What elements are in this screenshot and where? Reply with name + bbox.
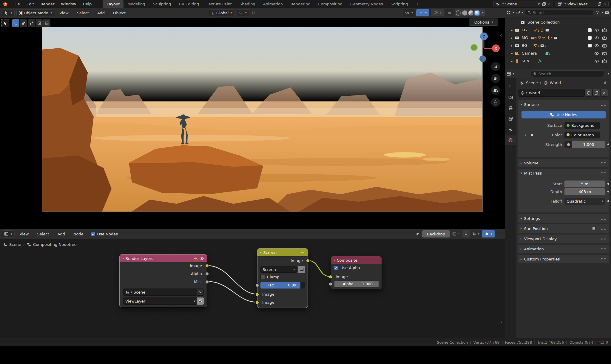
use-alpha-checkbox[interactable] <box>334 266 338 270</box>
composite-alpha-slider[interactable]: Alpha 1.000 <box>334 281 379 287</box>
fake-user-button[interactable] <box>585 89 593 97</box>
expand-arrow-icon[interactable]: ▸ <box>511 29 513 32</box>
select-mode-set-button[interactable] <box>12 19 19 27</box>
menu-window[interactable]: Window <box>58 2 79 6</box>
clamp-preview-button[interactable] <box>298 266 305 273</box>
mg-exclude-checkbox[interactable] <box>588 36 592 40</box>
render-viewlayer-button[interactable] <box>197 297 204 305</box>
transform-orientation-button[interactable]: Global▾ <box>209 9 235 16</box>
panel-drag-handle[interactable] <box>601 172 607 175</box>
outliner-search-input[interactable] <box>533 10 566 15</box>
panel-drag-handle[interactable] <box>601 237 607 240</box>
mist-panel-header[interactable]: ▾ Mist Pass <box>518 169 609 177</box>
panel-drag-handle[interactable] <box>601 248 607 250</box>
world-browse-field[interactable]: ▾ World <box>519 89 585 97</box>
strength-slider[interactable]: 1.000 <box>572 141 605 148</box>
outliner-filter-button[interactable]: ▾ <box>595 10 603 15</box>
panel-drag-handle[interactable] <box>601 217 607 220</box>
tab-render[interactable] <box>505 92 516 102</box>
hide-eye-icon[interactable] <box>594 51 599 56</box>
select-mode-intersect-button[interactable] <box>43 19 50 27</box>
pin-icon[interactable] <box>537 2 541 6</box>
viewport-menu-view[interactable]: View <box>56 11 72 15</box>
hide-eye-icon[interactable] <box>594 43 599 48</box>
show-gizmo-button[interactable]: ▾ <box>416 9 429 16</box>
scene-selector[interactable]: ▾ Scene <box>493 1 553 7</box>
viewport-menu-add[interactable]: Add <box>94 11 108 15</box>
shading-wireframe-button[interactable] <box>456 10 461 16</box>
custom-properties-panel-header[interactable]: ▸Custom Properties <box>518 255 609 263</box>
mist-falloff-dropdown[interactable]: Quadratic ▾ <box>564 198 605 205</box>
mist-depth-field[interactable]: 408 m <box>564 188 605 195</box>
shading-solid-button[interactable] <box>462 10 467 16</box>
scene-select-field[interactable]: ▾ Scene <box>123 289 197 296</box>
animation-panel-header[interactable]: ▸Animation <box>518 245 609 253</box>
viewlayer-select-field[interactable]: ViewLayer ▾ <box>123 297 197 305</box>
blender-logo-icon[interactable] <box>2 1 8 7</box>
zoom-button[interactable] <box>491 62 500 71</box>
show-overlays-button[interactable]: ▾ <box>431 9 444 16</box>
outliner-filter-id-button[interactable]: ▾ <box>516 10 523 15</box>
delete-scene-icon[interactable] <box>547 2 551 6</box>
viewport-options-button[interactable]: Options▾ <box>469 18 498 26</box>
panel-drag-handle[interactable] <box>601 162 607 164</box>
outliner-row-mg[interactable]: ▸ MG 2 25 2 <box>505 34 611 41</box>
render-layers-header[interactable]: ▾ Render Layers <box>120 255 207 262</box>
mist-depth-animate-dot[interactable] <box>607 191 609 192</box>
panel-drag-handle[interactable] <box>601 227 607 230</box>
outliner-row-sun[interactable]: ▸ Sun <box>505 57 611 65</box>
unlink-world-button[interactable] <box>600 89 608 97</box>
mist-output-socket[interactable] <box>205 280 209 284</box>
viewport-menu-select[interactable]: Select <box>74 11 92 15</box>
editor-type-button[interactable]: ▾ <box>2 9 15 16</box>
pin-id-icon[interactable] <box>603 81 607 85</box>
screen-image-output-socket[interactable] <box>306 259 310 263</box>
properties-search-input[interactable] <box>539 72 571 76</box>
outliner-row-bg[interactable]: ▸ BG 9 2 <box>505 42 611 49</box>
expand-arrow-icon[interactable]: ▸ <box>511 36 513 39</box>
expand-arrow-icon[interactable]: ▸ <box>511 44 513 47</box>
workspace-tab-sculpting[interactable]: Sculpting <box>149 0 175 8</box>
color-input-field[interactable]: Color Ramp <box>564 132 600 138</box>
viewport-display-panel-header[interactable]: ▸Viewport Display <box>518 235 609 243</box>
orientation-gizmo[interactable]: Z X <box>470 29 505 63</box>
menu-render[interactable]: Render <box>37 2 58 6</box>
presets-list-icon[interactable] <box>591 226 596 231</box>
workspace-tab-geometry-nodes[interactable]: Geometry Nodes <box>346 0 387 8</box>
delete-viewlayer-icon[interactable] <box>603 2 607 6</box>
outliner-row-scene-collection[interactable]: Scene Collection <box>505 18 611 26</box>
hide-eye-icon[interactable] <box>594 36 599 40</box>
workspace-tab-scripting[interactable]: Scripting <box>387 0 412 8</box>
fg-exclude-checkbox[interactable] <box>588 28 592 32</box>
hide-eye-icon[interactable] <box>594 28 599 33</box>
composite-node[interactable]: ▾ Composite Use Alpha Image Alpha 1.000 <box>331 256 382 289</box>
workspace-tab-modeling[interactable]: Modeling <box>124 0 149 8</box>
workspace-tab-compositing[interactable]: Compositing <box>314 0 346 8</box>
fac-slider[interactable]: Fac 0.895 <box>260 282 305 289</box>
compositor-node-editor[interactable]: ▾ View Select Add Node Use Nodes Backdro… <box>0 229 505 338</box>
properties-options-chevron[interactable]: ▾ <box>608 72 609 75</box>
menu-edit[interactable]: Edit <box>23 2 37 6</box>
disable-render-icon[interactable] <box>602 28 607 33</box>
image-2-input-socket[interactable] <box>255 301 259 304</box>
screen-mix-node[interactable]: ▾ Screen Image Screen ▾ Clamp Fac 0.89 <box>257 248 308 308</box>
outliner-row-fg[interactable]: ▸ FG 1 <box>505 26 611 34</box>
clamp-checkbox[interactable] <box>260 275 265 279</box>
select-mode-invert-button[interactable] <box>36 19 43 27</box>
workspace-tab-layout[interactable]: Layout <box>103 0 124 8</box>
image-1-input-socket[interactable] <box>255 293 259 296</box>
outliner-row-camera[interactable]: ▸ Camera <box>505 50 611 57</box>
shading-material-button[interactable] <box>468 10 473 16</box>
new-viewlayer-icon[interactable] <box>598 2 601 6</box>
add-workspace-button[interactable]: + <box>412 0 423 8</box>
preview-eye-icon[interactable] <box>200 256 204 261</box>
properties-search[interactable] <box>530 70 605 77</box>
surface-panel-header[interactable]: ▾ Surface <box>518 100 609 109</box>
tab-output[interactable] <box>505 103 516 113</box>
menu-file[interactable]: File <box>10 2 23 6</box>
bg-exclude-checkbox[interactable] <box>588 44 592 48</box>
panel-drag-handle[interactable] <box>601 103 607 106</box>
composite-node-header[interactable]: ▾ Composite <box>331 256 382 264</box>
expand-arrow-icon[interactable]: ▸ <box>511 52 513 55</box>
outliner-display-mode-button[interactable]: ▾ <box>507 10 514 15</box>
